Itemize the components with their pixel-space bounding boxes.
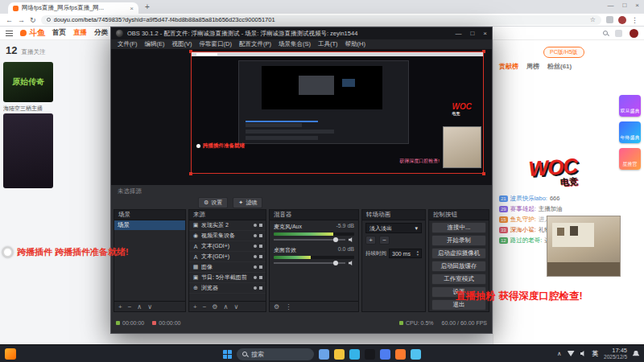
streamer-card-title[interactable]: 海陆空三栖主播 <box>3 105 106 113</box>
search-icon[interactable] <box>603 31 608 35</box>
chat-username[interactable]: 路过的老哥: <box>510 237 543 245</box>
tab-close-icon[interactable]: × <box>130 5 134 12</box>
browser-tab[interactable]: 网络fps直播_网乐fps直播_网... × <box>8 2 138 14</box>
transition-toolbar-button[interactable]: − <box>379 236 390 245</box>
transitions-dock-title[interactable]: 转场动画 <box>362 210 425 220</box>
sources-toolbar-icon[interactable]: + <box>193 303 197 311</box>
forward-icon[interactable]: → <box>18 16 25 24</box>
preview-tool-button[interactable]: ✦ 滤镜 <box>233 197 262 208</box>
lock-icon[interactable] <box>259 286 262 290</box>
sources-toolbar-icon[interactable]: ⚙ <box>212 303 217 311</box>
volume-icon[interactable] <box>580 351 587 356</box>
taskbar-search[interactable]: 搜索 <box>237 348 314 360</box>
rank-tab[interactable]: 周榜 <box>526 62 539 71</box>
taskbar-app-icon[interactable] <box>365 349 375 360</box>
notifications-bell-icon[interactable] <box>633 351 639 357</box>
source-row[interactable]: ◉ 视频采集设备 <box>189 231 266 241</box>
source-row[interactable]: ▣ 节目: 5分半截图前 <box>189 273 266 283</box>
lock-icon[interactable] <box>259 245 262 248</box>
obs-control-button[interactable]: 连接中... <box>431 222 486 233</box>
lock-icon[interactable] <box>259 224 262 227</box>
spinner-arrows-icon[interactable]: ▴▾ <box>417 250 419 257</box>
start-button[interactable] <box>223 350 232 359</box>
preview-tool-button[interactable]: ⚙ 设置 <box>198 197 228 208</box>
selection-handle[interactable] <box>482 172 485 175</box>
scenes-toolbar-icon[interactable]: − <box>128 303 132 311</box>
network-icon[interactable] <box>568 351 575 356</box>
chat-username[interactable]: 深海小鲨: <box>510 226 536 234</box>
obs-control-button[interactable]: 启动虚拟摄像机 <box>431 248 486 259</box>
sources-dock-title[interactable]: 来源 <box>189 210 266 220</box>
obs-menu-item[interactable]: 视图(V) <box>172 40 192 48</box>
promo-banner[interactable]: 年终盛典 <box>619 121 641 143</box>
visibility-eye-icon[interactable] <box>254 224 257 227</box>
lock-icon[interactable] <box>259 234 262 237</box>
extensions-icon[interactable] <box>606 16 613 23</box>
promo-banner[interactable]: 双旦盛典 <box>619 95 641 117</box>
visibility-eye-icon[interactable] <box>254 265 257 269</box>
nav-item[interactable]: 分类 <box>94 28 108 38</box>
source-row[interactable]: A 文本(GDI+) <box>189 252 266 262</box>
rank-tab[interactable]: 粉丝(61) <box>547 62 572 71</box>
visibility-eye-icon[interactable] <box>254 234 257 237</box>
visibility-eye-icon[interactable] <box>254 276 257 279</box>
mixer-dock-title[interactable]: 混音器 <box>270 210 358 220</box>
mixer-toolbar-icon[interactable]: ⚙ <box>274 303 279 311</box>
sources-toolbar-icon[interactable]: ∨ <box>233 303 238 311</box>
taskbar-app-icon[interactable] <box>380 349 390 360</box>
ime-indicator[interactable]: 英 <box>592 350 599 358</box>
visibility-eye-icon[interactable] <box>254 255 257 258</box>
nav-item[interactable]: 首页 <box>52 28 66 38</box>
obs-menu-item[interactable]: 文件(F) <box>118 40 138 48</box>
volume-slider[interactable] <box>274 261 354 265</box>
visibility-eye-icon[interactable] <box>254 286 257 290</box>
transition-select[interactable]: 淡入淡出 ▾ <box>365 223 422 233</box>
selection-handle[interactable] <box>189 172 192 175</box>
obs-titlebar[interactable]: OBS 30.1.2 - 配置文件: 浮幽诚游直播测试 - 场景: 浮幽诚游直播… <box>111 27 492 39</box>
source-row[interactable]: A 文本(GDI+) <box>189 241 266 252</box>
chat-username[interactable]: 鱼丸守护: <box>510 216 536 224</box>
pc-h5-button[interactable]: PC版/H5版 <box>543 47 584 58</box>
close-button[interactable]: × <box>635 2 639 9</box>
obs-menu-item[interactable]: 帮助(H) <box>345 40 365 48</box>
bookmark-star-icon[interactable]: ☆ <box>590 16 596 23</box>
tray-expand-icon[interactable]: ∧ <box>557 350 562 357</box>
sources-toolbar-icon[interactable]: − <box>203 303 207 311</box>
clock[interactable]: 17:45 2025/12/5 <box>604 348 627 360</box>
chat-username[interactable]: 波辰快乐labo: <box>510 195 547 203</box>
reload-icon[interactable]: ↻ <box>30 16 36 24</box>
follow-stat[interactable]: 12 直播关注 <box>6 44 45 56</box>
obs-control-button[interactable]: 开始录制 <box>431 235 486 246</box>
obs-menu-item[interactable]: 停靠窗口(D) <box>200 40 232 48</box>
obs-menu-item[interactable]: 配置文件(P) <box>239 40 271 48</box>
lock-icon[interactable] <box>259 265 262 269</box>
streamer-card-poster[interactable] <box>3 113 53 188</box>
obs-preview[interactable]: 跨播插件准备就绪 WOC电竞 获得深度口腔检查! <box>111 50 492 185</box>
message-icon[interactable] <box>615 30 622 37</box>
minimize-button[interactable]: — <box>607 2 613 9</box>
obs-menu-item[interactable]: 编辑(E) <box>145 40 165 48</box>
transition-toolbar-button[interactable]: + <box>365 236 376 245</box>
scenes-dock-title[interactable]: 场景 <box>114 210 185 220</box>
promo-card-game[interactable]: 原始传奇 <box>3 62 53 102</box>
chat-username[interactable]: 赛事雄起: <box>510 205 536 213</box>
taskbar-app-icon[interactable] <box>349 349 360 360</box>
scene-item[interactable]: 场景 <box>114 220 185 230</box>
user-avatar[interactable] <box>630 29 638 38</box>
volume-slider[interactable] <box>274 237 354 242</box>
site-info-icon[interactable] <box>47 18 51 22</box>
taskbar-app-icon[interactable] <box>395 349 406 360</box>
source-row[interactable]: ▦ 图像 <box>189 262 266 273</box>
source-row[interactable]: ▣ 发现实景 2 <box>189 220 266 231</box>
slider-thumb[interactable] <box>333 261 338 265</box>
promo-banner[interactable]: 星推官 <box>619 148 641 170</box>
hamburger-icon[interactable] <box>6 31 13 36</box>
obs-control-button[interactable]: 工作室模式 <box>431 274 486 285</box>
profile-avatar[interactable] <box>618 16 626 24</box>
taskbar-app-icon[interactable] <box>411 349 421 360</box>
speaker-icon[interactable] <box>349 261 354 265</box>
obs-maximize-button[interactable]: □ <box>470 30 474 37</box>
obs-control-button[interactable]: 启动回放缓存 <box>431 261 486 272</box>
source-row[interactable]: ⊕ 浏览器 <box>189 283 266 294</box>
obs-menu-item[interactable]: 场景集合(S) <box>279 40 311 48</box>
